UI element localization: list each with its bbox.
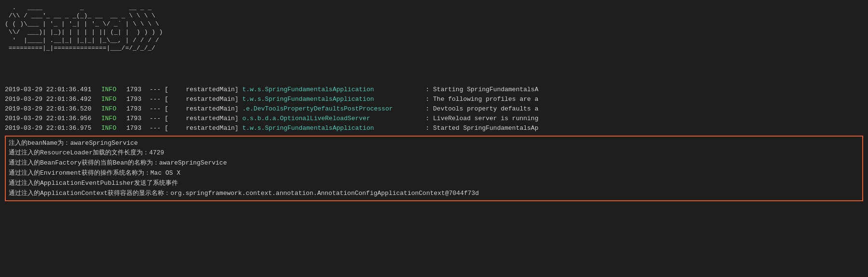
log-thread: restartedMain [172, 95, 235, 104]
highlight-line: 通过注入的Environment获得的操作系统名称为：Mac OS X [9, 168, 859, 179]
log-bracket-close: ] [235, 124, 243, 133]
log-pid: 1793 [126, 95, 149, 104]
log-bracket-close: ] [235, 95, 243, 104]
log-separator: --- [149, 95, 164, 104]
log-timestamp: 2019-03-29 22:01:36.491 [5, 85, 101, 95]
log-separator: --- [149, 85, 164, 95]
log-bracket-open: [ [164, 124, 172, 133]
log-thread: restartedMain [172, 104, 235, 114]
highlighted-output-box: 注入的beanName为：awareSpringService通过注入的Reso… [5, 136, 863, 202]
log-bracket-close: ] [235, 85, 243, 95]
log-pid: 1793 [126, 124, 149, 133]
log-logger: t.w.s.SpringFundamentalsApplication [242, 124, 425, 133]
log-timestamp: 2019-03-29 22:01:36.956 [5, 114, 101, 124]
log-line: 2019-03-29 22:01:36.975 INFO 1793 --- [ … [5, 124, 863, 133]
log-pid: 1793 [126, 114, 149, 124]
highlight-line: 通过注入的ResourceLoader加载的文件长度为：4729 [9, 148, 859, 158]
log-timestamp: 2019-03-29 22:01:36.492 [5, 95, 101, 104]
log-line: 2019-03-29 22:01:36.956 INFO 1793 --- [ … [5, 114, 863, 124]
log-line: 2019-03-29 22:01:36.492 INFO 1793 --- [ … [5, 95, 863, 104]
log-thread: restartedMain [172, 85, 235, 95]
log-level: INFO [101, 124, 126, 133]
highlight-line: 通过注入的BeanFactory获得的当前Bean的名称为：awareSprin… [9, 158, 859, 168]
log-bracket-close: ] [235, 114, 243, 124]
log-level: INFO [101, 114, 126, 124]
log-timestamp: 2019-03-29 22:01:36.975 [5, 124, 101, 133]
log-bracket-open: [ [164, 114, 172, 124]
log-level: INFO [101, 104, 126, 114]
log-line: 2019-03-29 22:01:36.520 INFO 1793 --- [ … [5, 104, 863, 114]
log-timestamp: 2019-03-29 22:01:36.520 [5, 104, 101, 114]
log-line: 2019-03-29 22:01:36.491 INFO 1793 --- [ … [5, 85, 863, 95]
log-pid: 1793 [126, 104, 149, 114]
log-logger: t.w.s.SpringFundamentalsApplication [242, 85, 425, 95]
spring-banner: . ____ _ __ _ _ /\\ / ___'_ __ _ _(_)_ _… [5, 4, 863, 53]
highlight-line: 通过注入的ApplicationContext获得容器的显示名称：org.spr… [9, 189, 859, 199]
log-separator: --- [149, 124, 164, 133]
log-message: : Devtools property defaults a [425, 104, 538, 114]
log-pid: 1793 [126, 85, 149, 95]
log-separator: --- [149, 104, 164, 114]
log-level: INFO [101, 85, 126, 95]
log-logger: o.s.b.d.a.OptionalLiveReloadServer [242, 114, 425, 124]
spring-boot-version [5, 55, 863, 81]
log-bracket-open: [ [164, 95, 172, 104]
log-logger: t.w.s.SpringFundamentalsApplication [242, 95, 425, 104]
log-bracket-open: [ [164, 104, 172, 114]
log-thread: restartedMain [172, 114, 235, 124]
console-output: . ____ _ __ _ _ /\\ / ___'_ __ _ _(_)_ _… [0, 0, 868, 205]
log-message: : Starting SpringFundamentalsA [425, 85, 538, 95]
log-message: : LiveReload server is running [425, 114, 538, 124]
log-level: INFO [101, 95, 126, 104]
highlight-line: 注入的beanName为：awareSpringService [9, 138, 859, 149]
log-bracket-close: ] [235, 104, 243, 114]
log-bracket-open: [ [164, 85, 172, 95]
log-logger: .e.DevToolsPropertyDefaultsPostProcessor [242, 104, 425, 114]
log-message: : Started SpringFundamentalsAp [425, 124, 538, 133]
highlight-line: 通过注入的ApplicationEventPublisher发送了系统事件 [9, 179, 859, 189]
log-thread: restartedMain [172, 124, 235, 133]
log-message: : The following profiles are a [425, 95, 538, 104]
log-lines-container: 2019-03-29 22:01:36.491 INFO 1793 --- [ … [5, 85, 863, 134]
log-separator: --- [149, 114, 164, 124]
